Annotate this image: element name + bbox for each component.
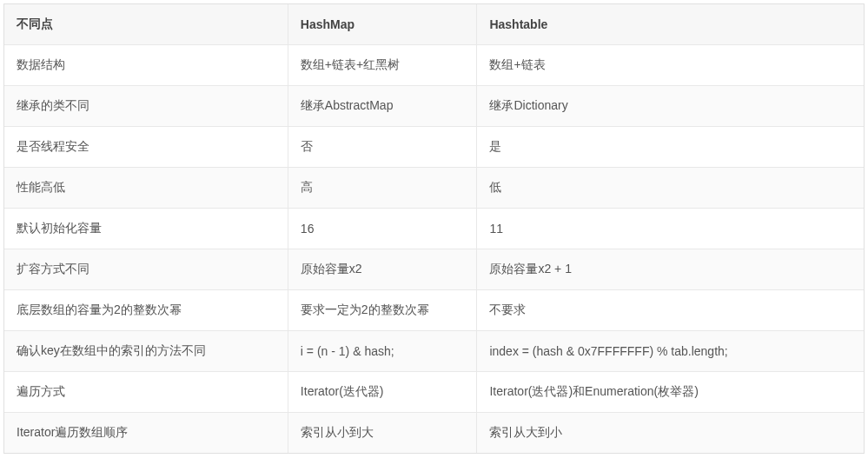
- table-row: 是否线程安全 否 是: [4, 127, 864, 168]
- cell-diff: 性能高低: [4, 168, 288, 209]
- cell-hashmap: 要求一定为2的整数次幂: [288, 290, 477, 331]
- table-row: 默认初始化容量 16 11: [4, 209, 864, 249]
- header-hashmap: HashMap: [288, 4, 477, 45]
- table-body: 数据结构 数组+链表+红黑树 数组+链表 继承的类不同 继承AbstractMa…: [4, 45, 864, 454]
- cell-diff: 扩容方式不同: [4, 249, 288, 290]
- header-hashtable: Hashtable: [477, 4, 864, 45]
- cell-hashmap: 否: [288, 127, 477, 168]
- cell-hashtable: Iterator(迭代器)和Enumeration(枚举器): [477, 372, 864, 413]
- header-diff: 不同点: [4, 4, 288, 45]
- table-row: 数据结构 数组+链表+红黑树 数组+链表: [4, 45, 864, 86]
- cell-diff: 数据结构: [4, 45, 288, 86]
- cell-diff: 确认key在数组中的索引的方法不同: [4, 331, 288, 372]
- cell-diff: 是否线程安全: [4, 127, 288, 168]
- table-row: 确认key在数组中的索引的方法不同 i = (n - 1) & hash; in…: [4, 331, 864, 372]
- table-row: 扩容方式不同 原始容量x2 原始容量x2 + 1: [4, 249, 864, 290]
- table-row: 底层数组的容量为2的整数次幂 要求一定为2的整数次幂 不要求: [4, 290, 864, 331]
- cell-hashmap: Iterator(迭代器): [288, 372, 477, 413]
- cell-hashmap: 原始容量x2: [288, 249, 477, 290]
- cell-hashtable: 低: [477, 168, 864, 209]
- cell-hashmap: 16: [288, 209, 477, 249]
- cell-hashmap: i = (n - 1) & hash;: [288, 331, 477, 372]
- table-row: Iterator遍历数组顺序 索引从小到大 索引从大到小: [4, 413, 864, 454]
- cell-hashtable: 索引从大到小: [477, 413, 864, 454]
- cell-hashtable: index = (hash & 0x7FFFFFFF) % tab.length…: [477, 331, 864, 372]
- cell-diff: Iterator遍历数组顺序: [4, 413, 288, 454]
- table-row: 性能高低 高 低: [4, 168, 864, 209]
- comparison-table: 不同点 HashMap Hashtable 数据结构 数组+链表+红黑树 数组+…: [4, 4, 864, 453]
- cell-diff: 底层数组的容量为2的整数次幂: [4, 290, 288, 331]
- comparison-table-container: 不同点 HashMap Hashtable 数据结构 数组+链表+红黑树 数组+…: [3, 3, 865, 454]
- cell-hashtable: 是: [477, 127, 864, 168]
- cell-hashmap: 索引从小到大: [288, 413, 477, 454]
- cell-diff: 默认初始化容量: [4, 209, 288, 249]
- cell-hashtable: 数组+链表: [477, 45, 864, 86]
- table-header-row: 不同点 HashMap Hashtable: [4, 4, 864, 45]
- cell-hashtable: 11: [477, 209, 864, 249]
- cell-hashtable: 不要求: [477, 290, 864, 331]
- cell-hashmap: 数组+链表+红黑树: [288, 45, 477, 86]
- cell-hashmap: 高: [288, 168, 477, 209]
- cell-diff: 遍历方式: [4, 372, 288, 413]
- cell-hashtable: 原始容量x2 + 1: [477, 249, 864, 290]
- cell-hashtable: 继承Dictionary: [477, 86, 864, 127]
- table-row: 遍历方式 Iterator(迭代器) Iterator(迭代器)和Enumera…: [4, 372, 864, 413]
- cell-diff: 继承的类不同: [4, 86, 288, 127]
- cell-hashmap: 继承AbstractMap: [288, 86, 477, 127]
- table-row: 继承的类不同 继承AbstractMap 继承Dictionary: [4, 86, 864, 127]
